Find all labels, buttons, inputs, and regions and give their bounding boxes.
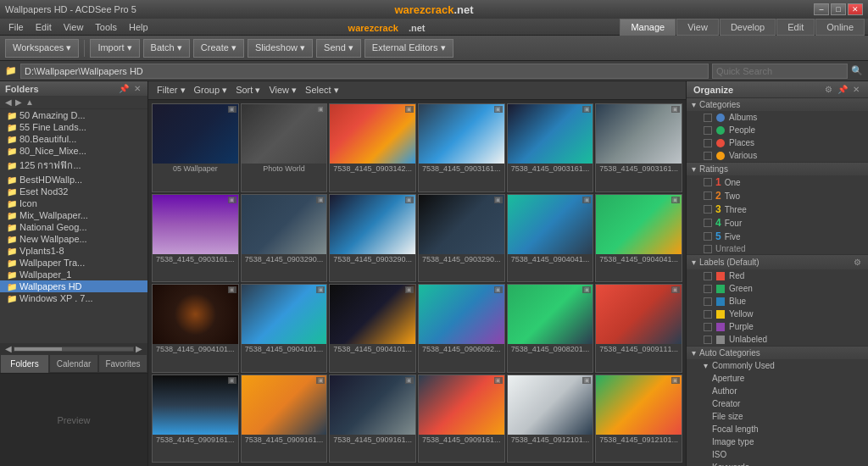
thumbnail-item[interactable]: ▣ 7538_4145_0908201... bbox=[507, 284, 594, 373]
folder-item[interactable]: 📁Wallpaper Tra... bbox=[0, 257, 147, 269]
thumbnail-item[interactable]: ▣ 7538_4145_0903142... bbox=[329, 103, 416, 192]
thumbnail-item[interactable]: ▣ 7538_4145_0909111... bbox=[595, 284, 682, 373]
thumbnail-item[interactable]: ▣ 7538_4145_0904101... bbox=[329, 284, 416, 373]
category-places[interactable]: Places bbox=[687, 136, 868, 149]
folder-item[interactable]: 📁Wallpaper_1 bbox=[0, 269, 147, 280]
categories-header[interactable]: ▾ Categories bbox=[687, 97, 868, 111]
address-input[interactable] bbox=[20, 64, 709, 79]
create-button[interactable]: Create ▾ bbox=[193, 39, 244, 58]
ratings-header[interactable]: ▾ Ratings bbox=[687, 162, 868, 175]
category-various[interactable]: Various bbox=[687, 149, 868, 162]
organize-pin-button[interactable]: 📌 bbox=[836, 84, 849, 95]
rating-unrated[interactable]: Unrated bbox=[687, 243, 868, 254]
select-button[interactable]: Select ▾ bbox=[302, 84, 342, 97]
tab-manage[interactable]: Manage bbox=[620, 19, 676, 36]
slideshow-button[interactable]: Slideshow ▾ bbox=[248, 39, 313, 58]
label-purple[interactable]: Purple bbox=[687, 320, 868, 333]
label-red[interactable]: Red bbox=[687, 269, 868, 282]
rating-5[interactable]: 5 Five bbox=[687, 230, 868, 243]
search-input[interactable] bbox=[712, 64, 848, 79]
thumbnail-item[interactable]: ▣ 7538_4145_0909161... bbox=[329, 374, 416, 463]
close-button[interactable]: ✕ bbox=[848, 3, 863, 15]
auto-cat-focal-length[interactable]: Focal length bbox=[687, 423, 868, 435]
label-blue[interactable]: Blue bbox=[687, 295, 868, 308]
menu-view[interactable]: View bbox=[58, 21, 89, 33]
thumbnail-item[interactable]: ▣ 7538_4145_0903161... bbox=[152, 194, 239, 283]
folder-item[interactable]: 📁80.Beautiful... bbox=[0, 133, 147, 145]
auto-cat-image-type[interactable]: Image type bbox=[687, 435, 868, 448]
thumbnail-item[interactable]: ▣ 7538_4145_0903161... bbox=[595, 103, 682, 192]
thumbnail-item[interactable]: ▣ Photo World bbox=[241, 103, 328, 192]
folder-item[interactable]: 📁BestHDWallp... bbox=[0, 174, 147, 186]
nav-forward-button[interactable]: ▶ bbox=[14, 97, 24, 107]
menu-tools[interactable]: Tools bbox=[90, 21, 122, 33]
folder-item[interactable]: 📁Mix_Wallpaper... bbox=[0, 209, 147, 221]
rating-1[interactable]: 1 One bbox=[687, 175, 868, 189]
folder-item-selected[interactable]: 📁Wallpapers HD bbox=[0, 280, 147, 292]
view-button[interactable]: View ▾ bbox=[265, 84, 300, 97]
auto-cat-author[interactable]: Author bbox=[687, 385, 868, 397]
auto-cat-iso[interactable]: ISO bbox=[687, 448, 868, 461]
auto-cat-keywords[interactable]: Keywords bbox=[687, 461, 868, 466]
workspaces-button[interactable]: Workspaces ▾ bbox=[5, 39, 79, 58]
label-unlabeled[interactable]: Unlabeled bbox=[687, 333, 868, 346]
category-albums[interactable]: Albums bbox=[687, 111, 868, 124]
menu-help[interactable]: Help bbox=[124, 21, 153, 33]
send-button[interactable]: Send ▾ bbox=[316, 39, 361, 58]
thumbnail-item[interactable]: ▣ 7538_4145_0909161... bbox=[152, 374, 239, 463]
auto-cat-aperture[interactable]: Aperture bbox=[687, 372, 868, 385]
thumbnail-item[interactable]: ▣ 7538_4145_0909161... bbox=[241, 374, 328, 463]
rating-4[interactable]: 4 Four bbox=[687, 216, 868, 230]
menu-file[interactable]: File bbox=[3, 21, 29, 33]
folder-item[interactable]: 📁New Wallpape... bbox=[0, 233, 147, 245]
auto-categories-header[interactable]: ▾ Auto Categories bbox=[687, 346, 868, 359]
minimize-button[interactable]: – bbox=[814, 3, 829, 15]
tab-online[interactable]: Online bbox=[815, 19, 865, 36]
thumbnail-item[interactable]: ▣ 7538_4145_0912101... bbox=[595, 374, 682, 463]
labels-header[interactable]: ▾ Labels (Default) ⚙ bbox=[687, 254, 868, 269]
organize-settings-button[interactable]: ⚙ bbox=[823, 84, 834, 95]
folder-item[interactable]: 📁Icon bbox=[0, 197, 147, 209]
thumbnail-item[interactable]: ▣ 7538_4145_0904041... bbox=[507, 194, 594, 283]
tab-favorites[interactable]: Favorites bbox=[98, 354, 147, 373]
label-green[interactable]: Green bbox=[687, 282, 868, 295]
scroll-thumb[interactable] bbox=[14, 347, 62, 351]
nav-back-button[interactable]: ◀ bbox=[3, 97, 14, 107]
tab-develop[interactable]: Develop bbox=[720, 19, 776, 36]
scroll-track[interactable] bbox=[14, 347, 134, 352]
panel-close-button[interactable]: ✕ bbox=[132, 83, 142, 94]
organize-close-button[interactable]: ✕ bbox=[851, 84, 861, 95]
thumbnail-item[interactable]: ▣ 7538_4145_0903161... bbox=[418, 103, 505, 192]
nav-up-button[interactable]: ▲ bbox=[24, 97, 36, 107]
panel-pin-button[interactable]: 📌 bbox=[117, 83, 131, 94]
auto-cat-creator[interactable]: Creator bbox=[687, 397, 868, 410]
folder-item[interactable]: 📁Eset Nod32 bbox=[0, 186, 147, 197]
batch-button[interactable]: Batch ▾ bbox=[143, 39, 190, 58]
labels-settings-button[interactable]: ⚙ bbox=[852, 257, 863, 268]
menu-edit[interactable]: Edit bbox=[31, 21, 57, 33]
tab-folders[interactable]: Folders bbox=[0, 354, 49, 373]
category-people[interactable]: People bbox=[687, 124, 868, 136]
filter-button[interactable]: Filter ▾ bbox=[153, 84, 189, 97]
thumbnail-item[interactable]: ▣ 7538_4145_0909161... bbox=[418, 374, 505, 463]
thumbnail-item[interactable]: ▣ 7538_4145_0904101... bbox=[152, 284, 239, 373]
folder-item[interactable]: 📁80_Nice_Mixe... bbox=[0, 145, 147, 157]
import-button[interactable]: Import ▾ bbox=[90, 39, 139, 58]
sort-button[interactable]: Sort ▾ bbox=[232, 84, 264, 97]
scroll-right-button[interactable]: ▶ bbox=[134, 344, 144, 353]
rating-3[interactable]: 3 Three bbox=[687, 202, 868, 216]
tab-calendar[interactable]: Calendar bbox=[49, 354, 98, 373]
thumbnail-item[interactable]: ▣ 7538_4145_0904041... bbox=[595, 194, 682, 283]
maximize-button[interactable]: □ bbox=[831, 3, 846, 15]
folder-item[interactable]: 📁50 Amazing D... bbox=[0, 109, 147, 121]
folder-item[interactable]: 📁Vplants1-8 bbox=[0, 245, 147, 257]
thumbnail-item[interactable]: ▣ 7538_4145_0904101... bbox=[241, 284, 328, 373]
thumbnail-item[interactable]: ▣ 7538_4145_0912101... bbox=[507, 374, 594, 463]
auto-cat-commonly-used[interactable]: ▾Commonly Used bbox=[687, 359, 868, 372]
group-button[interactable]: Group ▾ bbox=[191, 84, 231, 97]
folder-item[interactable]: 📁Windows XP . 7... bbox=[0, 292, 147, 304]
folder-item[interactable]: 📁55 Fine Lands... bbox=[0, 121, 147, 133]
external-editors-button[interactable]: External Editors ▾ bbox=[364, 39, 453, 58]
auto-cat-filesize[interactable]: File size bbox=[687, 410, 868, 423]
folder-item[interactable]: 📁National Geog... bbox=[0, 221, 147, 233]
